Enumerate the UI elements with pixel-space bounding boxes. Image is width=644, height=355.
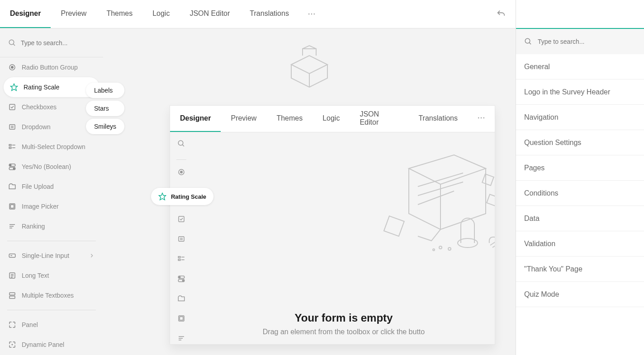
svg-line-72 bbox=[529, 42, 531, 44]
sidebar-category[interactable]: Quiz Mode bbox=[516, 282, 644, 307]
svg-rect-36 bbox=[9, 296, 15, 299]
sidebar-category[interactable]: Data bbox=[516, 206, 644, 231]
svg-line-8 bbox=[13, 44, 15, 46]
svg-point-58 bbox=[182, 280, 184, 281]
sidebar-search-input[interactable] bbox=[538, 38, 636, 45]
toolbox-item-text[interactable]: Single-Line Input bbox=[0, 246, 103, 266]
preview-tab-designer[interactable]: Designer bbox=[170, 106, 221, 132]
toolbox-search-input[interactable] bbox=[21, 39, 100, 47]
preview-tab-themes[interactable]: Themes bbox=[266, 106, 313, 132]
svg-rect-47 bbox=[179, 216, 184, 222]
sidebar-category[interactable]: Navigation bbox=[516, 105, 644, 130]
svg-point-71 bbox=[525, 38, 530, 43]
undo-icon[interactable] bbox=[491, 4, 511, 24]
toolbox-search[interactable] bbox=[0, 28, 103, 57]
svg-point-21 bbox=[10, 164, 11, 166]
bg-illustration bbox=[278, 37, 341, 96]
sidebar-search[interactable] bbox=[516, 29, 644, 54]
toolbox-item-radio[interactable]: Radio Button Group bbox=[0, 57, 103, 77]
preview-main: Your form is empty Drag an element from … bbox=[193, 132, 495, 344]
rail-ranking-icon[interactable] bbox=[177, 334, 185, 344]
svg-rect-16 bbox=[9, 145, 11, 146]
preview-tab-translations[interactable]: Translations bbox=[408, 106, 468, 132]
sidebar-category[interactable]: Conditions bbox=[516, 181, 644, 206]
toolbox: Radio Button GroupRating ScaleCheckboxes… bbox=[0, 28, 103, 355]
sidebar-category[interactable]: Pages bbox=[516, 155, 644, 181]
svg-point-45 bbox=[180, 171, 183, 173]
sidebar-category[interactable]: General bbox=[516, 54, 644, 79]
svg-point-41 bbox=[483, 117, 485, 119]
preview-tab-logic[interactable]: Logic bbox=[313, 106, 350, 132]
tab-preview[interactable]: Preview bbox=[51, 0, 96, 28]
rail-radio-icon[interactable] bbox=[177, 168, 185, 178]
toolbox-item-multitext[interactable]: Multiple Textboxes bbox=[0, 285, 103, 305]
preview-body: Rating Scale bbox=[170, 132, 495, 344]
submenu-smileys[interactable]: Smileys bbox=[86, 119, 124, 134]
preview-tab-json[interactable]: JSON Editor bbox=[350, 106, 408, 132]
toolbox-item-label: Panel bbox=[22, 321, 38, 328]
rail-image-icon[interactable] bbox=[177, 314, 185, 324]
toolbox-item-multidrop[interactable]: Multi-Select Dropdown bbox=[0, 137, 103, 157]
sidebar-category[interactable]: Validation bbox=[516, 231, 644, 257]
tab-designer[interactable]: Designer bbox=[0, 0, 51, 28]
submenu-labels[interactable]: Labels bbox=[86, 83, 124, 98]
svg-rect-13 bbox=[9, 125, 15, 130]
rail-search-icon[interactable] bbox=[177, 140, 185, 149]
preview-tab-preview[interactable]: Preview bbox=[221, 106, 266, 132]
svg-rect-48 bbox=[179, 237, 184, 242]
svg-point-2 bbox=[313, 14, 315, 15]
toolbox-item-label: Image Picker bbox=[22, 203, 59, 210]
svg-point-70 bbox=[433, 249, 435, 251]
empty-message: Your form is empty Drag an element from … bbox=[263, 312, 425, 336]
svg-point-0 bbox=[308, 14, 310, 15]
empty-hint: Drag an element from the toolbox or clic… bbox=[263, 328, 425, 336]
toolbox-item-star[interactable]: Rating Scale bbox=[4, 77, 99, 97]
svg-point-42 bbox=[178, 140, 183, 145]
toolbox-item-longtext[interactable]: Long Text bbox=[0, 266, 103, 285]
toolbox-item-label: Dynamic Panel bbox=[22, 341, 64, 348]
rail-toggle-icon[interactable] bbox=[177, 275, 185, 285]
preview-card: Designer Preview Themes Logic JSON Edito… bbox=[170, 105, 495, 345]
tab-json-editor[interactable]: JSON Editor bbox=[180, 0, 240, 28]
svg-rect-35 bbox=[9, 293, 15, 295]
toolbox-item-toggle[interactable]: Yes/No (Boolean) bbox=[0, 157, 103, 177]
topbar-tabs: Designer Preview Themes Logic JSON Edito… bbox=[0, 0, 324, 28]
sidebar-category[interactable]: Question Settings bbox=[516, 130, 644, 155]
svg-rect-65 bbox=[482, 174, 494, 186]
svg-line-43 bbox=[182, 145, 184, 146]
toolbox-item-label: Ranking bbox=[22, 223, 45, 230]
sidebar-category[interactable]: "Thank You" Page bbox=[516, 257, 644, 282]
toolbox-item-panel[interactable]: Panel bbox=[0, 315, 103, 335]
toolbox-submenu: Labels Stars Smileys bbox=[86, 83, 124, 134]
svg-point-7 bbox=[9, 40, 14, 45]
tab-logic[interactable]: Logic bbox=[142, 0, 180, 28]
toolbox-item-image[interactable]: Image Picker bbox=[0, 196, 103, 216]
rail-multidrop-icon[interactable] bbox=[177, 255, 185, 265]
rail-dropdown-icon[interactable] bbox=[177, 235, 185, 245]
tab-translations[interactable]: Translations bbox=[240, 0, 299, 28]
rail-check-icon[interactable] bbox=[177, 215, 185, 225]
sidebar-category[interactable]: Logo in the Survey Header bbox=[516, 79, 644, 105]
toolbox-item-ranking[interactable]: Ranking bbox=[0, 216, 103, 236]
toolbox-item-dynpanel[interactable]: Dynamic Panel bbox=[0, 335, 103, 355]
svg-rect-66 bbox=[487, 194, 495, 206]
svg-marker-46 bbox=[159, 193, 166, 200]
toolbox-item-folder[interactable]: File Upload bbox=[0, 177, 103, 196]
svg-rect-60 bbox=[180, 317, 183, 320]
svg-rect-25 bbox=[10, 205, 14, 208]
submenu-stars[interactable]: Stars bbox=[86, 101, 124, 116]
toolbox-item-label: Dropdown bbox=[22, 123, 51, 131]
svg-rect-51 bbox=[178, 257, 180, 258]
svg-point-69 bbox=[448, 248, 451, 250]
rail-folder-icon[interactable] bbox=[177, 294, 185, 304]
preview-tabs: Designer Preview Themes Logic JSON Edito… bbox=[170, 106, 495, 132]
svg-point-10 bbox=[11, 66, 14, 69]
svg-point-68 bbox=[439, 246, 442, 249]
tab-more-icon[interactable] bbox=[299, 0, 324, 28]
tab-themes[interactable]: Themes bbox=[96, 0, 142, 28]
toolbox-separator bbox=[7, 310, 96, 310]
svg-point-40 bbox=[481, 117, 482, 119]
preview-more-icon[interactable] bbox=[468, 113, 495, 124]
svg-point-23 bbox=[13, 168, 14, 169]
canvas: Designer Preview Themes Logic JSON Edito… bbox=[103, 28, 516, 355]
